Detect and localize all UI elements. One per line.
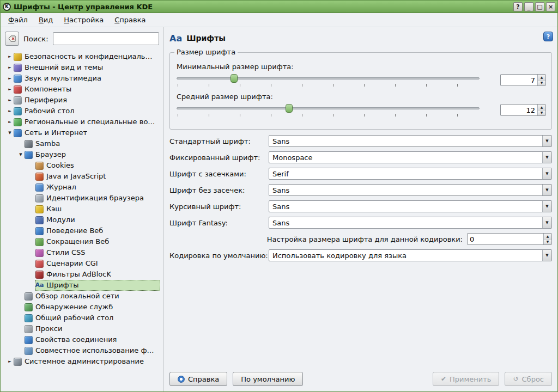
tree-item[interactable]: AaШрифты — [4, 280, 160, 291]
context-help-button[interactable]: ? — [543, 32, 553, 41]
tree-item[interactable]: Модули — [4, 215, 160, 225]
medium-font-size-slider[interactable] — [175, 103, 481, 117]
close-button[interactable]: × — [546, 2, 555, 11]
slider-handle[interactable] — [286, 104, 293, 113]
slider-handle[interactable] — [231, 74, 238, 83]
tree-item[interactable]: ►Компоненты — [4, 84, 160, 95]
menu-item[interactable]: Вид — [34, 14, 57, 26]
tree-item[interactable]: ►Периферия — [4, 95, 160, 106]
tree-item[interactable]: Обнаружение служб — [4, 302, 160, 313]
slider-track[interactable] — [177, 77, 480, 79]
help-button-label: Справка — [188, 375, 219, 383]
menu-item[interactable]: Файл — [4, 14, 32, 26]
tree-item-label: Кэш — [46, 204, 62, 215]
tree-item[interactable]: Поведение Веб — [4, 225, 160, 236]
apply-button[interactable]: ✔ Применить — [433, 372, 500, 386]
slider-track[interactable] — [177, 107, 480, 109]
tree-item[interactable]: ►Звук и мультимедиа — [4, 73, 160, 84]
tree-item[interactable]: Совместное использование ф… — [4, 345, 160, 356]
tree-expander-icon[interactable]: ► — [6, 84, 14, 95]
tree-expander-icon[interactable]: ► — [6, 62, 14, 73]
medium-font-size-spinbox[interactable]: ▲▼ — [500, 104, 546, 116]
tree-item[interactable]: ►Безопасность и конфиденциаль… — [4, 51, 160, 62]
tree-item-surface: Поведение Веб — [35, 225, 160, 236]
tree-item[interactable]: Прокси — [4, 323, 160, 334]
chevron-down-icon[interactable]: ▼ — [542, 185, 551, 195]
spin-up-icon[interactable]: ▲ — [538, 105, 545, 110]
tree-item-surface: Внешний вид и темы — [14, 62, 160, 73]
chevron-down-icon[interactable]: ▼ — [542, 217, 551, 228]
tree-item-surface: Java и JavaScript — [35, 171, 160, 182]
menu-item[interactable]: Настройка — [59, 14, 108, 26]
size-adjustment-spinbox[interactable]: ▲ ▼ — [467, 233, 552, 245]
minimum-font-size-label: Минимальный размер шрифта: — [177, 63, 546, 71]
fixed-font-combobox[interactable]: Monospace▼ — [269, 151, 552, 163]
tree-item-surface: Обнаружение служб — [25, 302, 160, 313]
tree-expander-icon[interactable]: ► — [6, 117, 14, 127]
tree-item[interactable]: ▼Сеть и Интернет — [4, 127, 160, 138]
tree-item[interactable]: Журнал — [4, 182, 160, 193]
search-input[interactable] — [53, 32, 159, 45]
tree-expander-icon[interactable]: ▼ — [17, 149, 25, 160]
standard-font-combobox[interactable]: Sans▼ — [269, 135, 552, 147]
tree-item-label: Модули — [46, 215, 75, 225]
chevron-down-icon[interactable]: ▼ — [542, 201, 551, 212]
window-help-button[interactable]: ? — [513, 2, 523, 11]
chevron-down-icon[interactable]: ▼ — [542, 250, 551, 261]
tree-expander-icon[interactable]: ► — [6, 356, 14, 367]
clear-search-button[interactable] — [5, 32, 19, 46]
spin-down-icon[interactable]: ▼ — [544, 239, 551, 245]
minimum-font-size-slider[interactable] — [175, 73, 481, 87]
maximize-button[interactable]: □ — [535, 2, 544, 11]
tree-item[interactable]: Общий рабочий стол — [4, 313, 160, 323]
default-encoding-combobox[interactable]: Использовать кодировку для языка ▼ — [269, 249, 552, 261]
tree-expander-icon[interactable]: ► — [6, 95, 14, 106]
defaults-button[interactable]: По умолчанию — [233, 372, 303, 386]
sans-serif-font-combobox[interactable]: Sans▼ — [269, 184, 552, 196]
tree-item[interactable]: ►Региональные и специальные во… — [4, 117, 160, 127]
cursive-font-combobox[interactable]: Sans▼ — [269, 200, 552, 212]
combobox-value: Использовать кодировку для языка — [269, 252, 542, 260]
font-size-groupbox: Размер шрифта Минимальный размер шрифта:… — [169, 52, 552, 130]
spin-up-icon[interactable]: ▲ — [544, 234, 551, 239]
tree-item-label: Идентификация браузера — [46, 193, 144, 204]
reset-button[interactable]: ↺ Сброс — [505, 372, 552, 386]
serif-font-combobox[interactable]: Serif▼ — [269, 168, 552, 180]
tree-expander-icon[interactable]: ► — [6, 51, 14, 62]
minimum-font-size-spinbox[interactable]: ▲▼ — [500, 74, 546, 86]
tree-expander-icon[interactable]: ▼ — [6, 127, 14, 138]
spin-down-icon[interactable]: ▼ — [538, 80, 545, 86]
chevron-down-icon[interactable]: ▼ — [542, 152, 551, 163]
tree-item[interactable]: Сокращения Веб — [4, 236, 160, 247]
medium-font-size-spinbox-input[interactable] — [501, 105, 537, 115]
tree-item[interactable]: Фильтры AdBlocK — [4, 269, 160, 280]
tree-expander-icon[interactable]: ► — [6, 106, 14, 117]
tree-item[interactable]: Обзор локальной сети — [4, 291, 160, 302]
web-shortcuts-icon — [35, 238, 44, 246]
service-discovery-icon — [25, 303, 33, 311]
tree-expander-icon[interactable]: ► — [6, 73, 14, 84]
tree-item[interactable]: Идентификация браузера — [4, 193, 160, 204]
chevron-down-icon[interactable]: ▼ — [542, 168, 551, 179]
tree-item[interactable]: Свойства соединения — [4, 334, 160, 345]
fantasy-font-combobox[interactable]: Sans▼ — [269, 217, 552, 229]
tree-item[interactable]: ▼Браузер — [4, 149, 160, 160]
tree-item[interactable]: Стили CSS — [4, 247, 160, 258]
spin-up-icon[interactable]: ▲ — [538, 75, 545, 80]
tree-item[interactable]: Cookies — [4, 160, 160, 171]
minimize-button[interactable]: _ — [524, 2, 533, 11]
help-button[interactable]: Справка — [169, 372, 227, 386]
tree-item[interactable]: ►Системное администрирование — [4, 356, 160, 367]
minimum-font-size-spinbox-input[interactable] — [501, 75, 537, 85]
tree-item[interactable]: Кэш — [4, 204, 160, 215]
chevron-down-icon[interactable]: ▼ — [542, 136, 551, 146]
size-adjustment-input[interactable] — [468, 234, 543, 244]
tree-item[interactable]: ►Рабочий стол — [4, 106, 160, 117]
menu-item[interactable]: Справка — [110, 14, 150, 26]
tree-item[interactable]: Java и JavaScript — [4, 171, 160, 182]
titlebar[interactable]: K Шрифты - Центр управления KDE ?_□× — [1, 1, 557, 13]
tree-item[interactable]: Сценарии CGI — [4, 258, 160, 269]
tree-item[interactable]: Samba — [4, 138, 160, 149]
tree-item[interactable]: ►Внешний вид и темы — [4, 62, 160, 73]
spin-down-icon[interactable]: ▼ — [538, 110, 545, 116]
